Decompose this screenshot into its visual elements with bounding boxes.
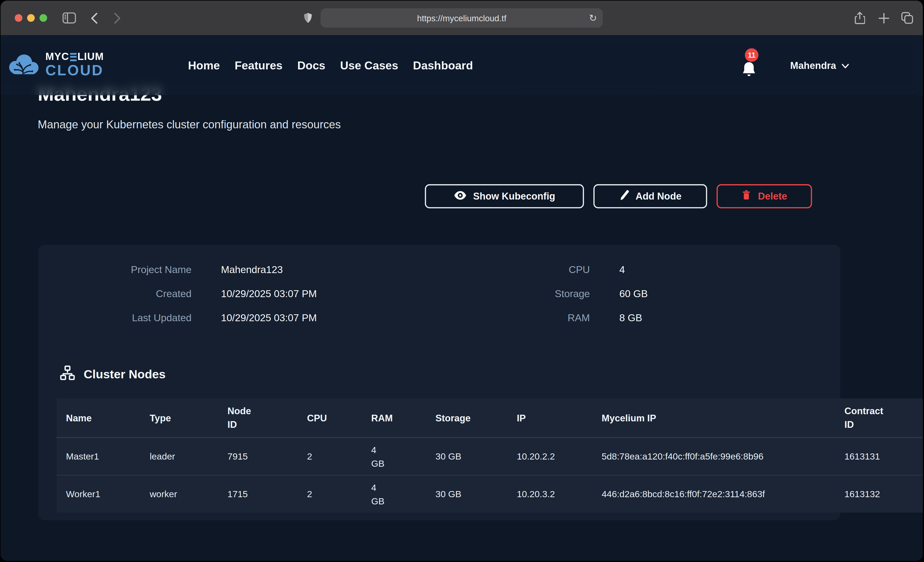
page-content: Mahendra123 Manage your Kubernetes clust…	[0, 35, 923, 561]
column-header-storage: Storage	[426, 398, 507, 438]
info-value: 10/29/2025 03:07 PM	[221, 288, 317, 300]
browser-toolbar: https://myceliumcloud.tf ↻	[0, 0, 923, 35]
cell-ip: 10.20.2.2	[507, 438, 592, 475]
network-icon	[60, 365, 75, 384]
cell-contract_id: 1613132	[835, 475, 923, 513]
cell-node_id: 1715	[218, 475, 297, 513]
info-label: CPU	[437, 265, 590, 276]
delete-label: Delete	[758, 191, 787, 202]
table-header: NameTypeNode IDCPURAMStorageIPMycelium I…	[57, 398, 923, 438]
column-header-ip: IP	[507, 398, 592, 438]
cloud-logo-icon	[6, 51, 40, 79]
cell-storage: 30 GB	[426, 475, 507, 513]
stage: https://myceliumcloud.tf ↻ Mahendra123 M…	[0, 0, 924, 562]
nav-link-use-cases[interactable]: Use Cases	[340, 59, 398, 72]
info-value: 60 GB	[620, 288, 648, 300]
address-bar[interactable]: https://myceliumcloud.tf ↻	[321, 8, 603, 28]
nav-link-dashboard[interactable]: Dashboard	[413, 59, 473, 72]
logo-line1: MYCLIUM	[45, 52, 104, 62]
zoom-window-button[interactable]	[39, 14, 47, 22]
info-row-ram: RAM8 GB	[437, 312, 648, 324]
cell-storage: 30 GB	[426, 438, 507, 475]
column-header-mycelium-ip: Mycelium IP	[592, 398, 835, 438]
table-body: Master1leader791524 GB30 GB10.20.2.25d8:…	[57, 438, 923, 513]
reload-icon[interactable]: ↻	[589, 12, 597, 24]
cell-cpu: 2	[297, 438, 362, 475]
cell-cpu: 2	[297, 475, 362, 513]
cell-contract_id: 1613131	[835, 438, 923, 475]
delete-cluster-button[interactable]: Delete	[717, 184, 812, 208]
nav-link-home[interactable]: Home	[188, 59, 220, 72]
column-header-contract-id: Contract ID	[835, 398, 923, 438]
column-header-ram: RAM	[362, 398, 426, 438]
cell-name: Master1	[57, 438, 140, 475]
info-value: Mahendra123	[221, 265, 283, 276]
info-label: Project Name	[38, 265, 191, 276]
info-label: Storage	[437, 288, 590, 300]
cell-ram: 4 GB	[362, 475, 426, 513]
cell-ram: 4 GB	[362, 438, 426, 475]
user-menu[interactable]: Mahendra	[790, 35, 849, 95]
cluster-details-panel: Project NameMahendra123Created10/29/2025…	[38, 245, 840, 520]
minimize-window-button[interactable]	[27, 14, 35, 22]
cell-mycelium_ip: 446:d2a6:8bcd:8c16:ff0f:72e2:3114:863f	[592, 475, 835, 513]
pencil-icon	[619, 190, 629, 203]
column-header-cpu: CPU	[297, 398, 362, 438]
project-info-left: Project NameMahendra123Created10/29/2025…	[38, 265, 317, 337]
traffic-lights	[15, 14, 47, 22]
notifications-bell[interactable]: 11	[740, 53, 760, 82]
page-subtitle: Manage your Kubernetes cluster configura…	[38, 118, 341, 132]
info-value: 10/29/2025 03:07 PM	[221, 312, 317, 324]
browser-window: https://myceliumcloud.tf ↻ Mahendra123 M…	[0, 0, 923, 561]
table-row-worker1: Worker1worker171524 GB30 GB10.20.3.2446:…	[57, 475, 923, 513]
notification-badge: 11	[745, 48, 758, 62]
url-text: https://myceliumcloud.tf	[417, 13, 506, 23]
logo-e-bars	[70, 53, 76, 61]
shield-icon	[303, 0, 312, 35]
info-row-created: Created10/29/2025 03:07 PM	[38, 288, 317, 300]
new-tab-icon[interactable]	[879, 0, 889, 35]
close-window-button[interactable]	[15, 14, 22, 22]
cluster-nodes-table: NameTypeNode IDCPURAMStorageIPMycelium I…	[57, 398, 923, 513]
cluster-nodes-title: Cluster Nodes	[84, 367, 165, 381]
info-value: 4	[620, 265, 625, 276]
column-header-name: Name	[57, 398, 140, 438]
show-kubeconfig-label: Show Kubeconfig	[473, 191, 555, 202]
forward-button[interactable]	[114, 0, 121, 35]
info-label: Created	[38, 288, 191, 300]
eye-icon	[454, 190, 467, 203]
back-button[interactable]	[91, 0, 98, 35]
user-name: Mahendra	[790, 60, 836, 71]
logo-line2: CLOUD	[45, 63, 104, 78]
cell-name: Worker1	[57, 475, 140, 513]
project-info-right: CPU4Storage60 GBRAM8 GB	[437, 265, 648, 337]
tab-overview-icon[interactable]	[901, 0, 913, 35]
site-navbar: MYCLIUM CLOUD HomeFeaturesDocsUse CasesD…	[0, 35, 923, 95]
add-node-button[interactable]: Add Node	[593, 184, 707, 208]
info-row-last-updated: Last Updated10/29/2025 03:07 PM	[38, 312, 317, 324]
cell-node_id: 7915	[218, 438, 297, 475]
table-row-master1: Master1leader791524 GB30 GB10.20.2.25d8:…	[57, 438, 923, 475]
info-row-storage: Storage60 GB	[437, 288, 648, 300]
cluster-actions: Show Kubeconfig Add Node Delete	[425, 184, 812, 208]
cell-mycelium_ip: 5d8:78ea:a120:f40c:ff0f:a5fe:99e6:8b96	[592, 438, 835, 475]
info-row-project-name: Project NameMahendra123	[38, 265, 317, 276]
trash-icon	[741, 190, 752, 203]
column-header-node-id: Node ID	[218, 398, 297, 438]
cell-ip: 10.20.3.2	[507, 475, 592, 513]
info-label: RAM	[437, 312, 590, 324]
nav-link-docs[interactable]: Docs	[297, 59, 326, 72]
screenshot-root: https://myceliumcloud.tf ↻ Mahendra123 M…	[0, 0, 924, 562]
cell-type: leader	[140, 438, 218, 475]
info-label: Last Updated	[38, 312, 191, 324]
info-row-cpu: CPU4	[437, 265, 648, 276]
logo-text: MYCLIUM CLOUD	[45, 52, 104, 78]
share-icon[interactable]	[855, 0, 865, 35]
show-kubeconfig-button[interactable]: Show Kubeconfig	[425, 184, 584, 208]
cell-type: worker	[140, 475, 218, 513]
nav-links: HomeFeaturesDocsUse CasesDashboard	[188, 35, 473, 95]
info-value: 8 GB	[620, 312, 642, 324]
mycelium-cloud-logo[interactable]: MYCLIUM CLOUD	[6, 51, 104, 79]
sidebar-toggle-icon[interactable]	[63, 0, 76, 35]
nav-link-features[interactable]: Features	[235, 59, 283, 72]
